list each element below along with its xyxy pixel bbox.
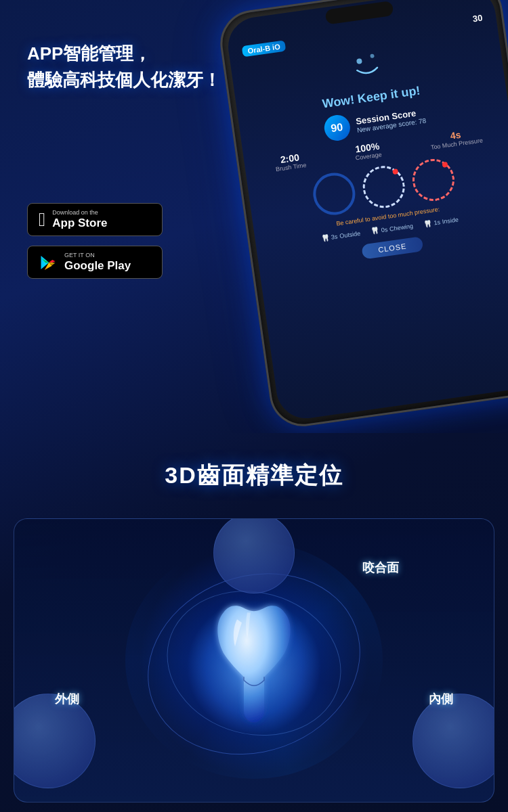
label-inner: 內側 [429,691,453,707]
phone-outer: Oral-B iO 30 Wow! Keep it up! 90 [216,0,508,430]
stat-coverage: 100% Coverage [354,140,382,161]
appstore-text: Download on the App Store [52,209,107,230]
middle-section: 3D齒面精準定位 [0,433,508,505]
app-logo: Oral-B iO [242,40,287,57]
zone-inside: 🦷 1s Inside [423,215,459,227]
zone-chewing-icon: 🦷 [371,227,379,235]
tooth-svg-container [186,592,322,744]
stat-brushtime: 2:00 Brush Time [274,151,307,173]
googleplay-button[interactable]: GET IT ON Google Play [27,246,163,279]
svg-point-0 [356,58,362,64]
googleplay-text: GET IT ON Google Play [64,252,131,273]
smile-emoji [345,47,390,87]
googleplay-icon [39,253,58,272]
appstore-button[interactable]:  Download on the App Store [27,203,163,236]
tooth-svg [186,592,322,741]
heading-block: APP智能管理， 體驗高科技個人化潔牙！ [27,41,221,93]
zone-inside-icon: 🦷 [423,219,432,228]
label-bite: 咬合面 [362,560,399,576]
side-circle-left [14,694,96,788]
top-section: APP智能管理， 體驗高科技個人化潔牙！  Download on the A… [0,0,508,433]
zone-outside: 🦷 3s Outside [320,229,361,242]
brush-circle-2 [360,163,408,210]
apple-icon:  [39,210,45,229]
app-timer: 30 [472,13,484,25]
label-outer: 外側 [55,691,79,707]
phone-mockup: Oral-B iO 30 Wow! Keep it up! 90 [216,0,508,430]
zone-outside-icon: 🦷 [320,233,329,242]
store-buttons:  Download on the App Store [27,203,163,279]
score-text: Session Score New average score: 78 [355,107,426,134]
zone-chewing: 🦷 0s Chewing [371,222,413,235]
side-circle-right [412,694,494,788]
svg-point-1 [370,53,375,58]
tooth-section: 咬合面 外側 內側 [14,518,494,803]
brush-circle-3 [410,156,457,204]
brush-circle-1 [310,171,358,218]
section-title: 3D齒面精準定位 [14,460,494,491]
stat-pressure: 4s Too Much Pressure [429,126,483,151]
close-button[interactable]: CLOSE [361,236,423,259]
heading-line1: APP智能管理， 體驗高科技個人化潔牙！ [27,41,221,93]
score-circle: 90 [322,114,352,143]
phone-screen: Oral-B iO 30 Wow! Keep it up! 90 [224,0,508,422]
